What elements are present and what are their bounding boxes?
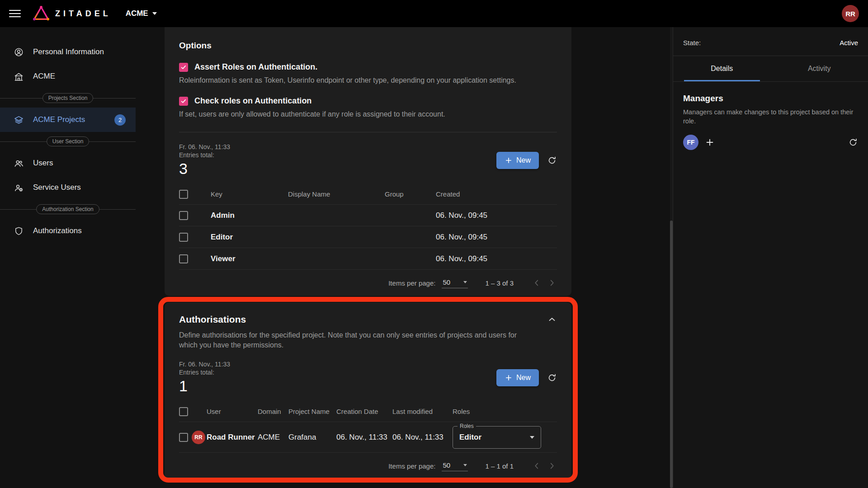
chevron-down-icon [152,12,157,15]
add-manager-button[interactable] [705,137,715,147]
tab-activity[interactable]: Activity [771,56,868,81]
authorisation-domain: ACME [258,433,288,442]
sidebar-item-authorizations[interactable]: Authorizations [0,219,136,243]
role-created: 06. Nov., 09:45 [436,233,557,242]
table-row[interactable]: Admin 06. Nov., 09:45 [179,205,557,226]
org-switcher[interactable]: ACME [126,9,157,18]
state-row: State: Active [673,27,868,56]
divider [179,132,557,132]
refresh-authorisations-button[interactable] [547,373,557,383]
user-section-divider: User Section [0,135,136,148]
page-size-select[interactable]: 50 [442,460,468,471]
service-users-icon [14,183,24,193]
project-options-card: Options Assert Roles on Authentication. … [165,27,571,296]
authorisation-project-name: Grafana [288,433,336,442]
section-label: User Section [47,136,90,146]
items-per-page-label: Items per page: [388,462,435,470]
row-checkbox[interactable] [179,211,188,220]
person-circle-icon [14,47,24,57]
topbar: ZITADEL ACME RR [0,0,868,27]
select-all-checkbox[interactable] [179,190,188,199]
select-all-checkbox[interactable] [179,407,188,416]
check-icon [180,64,187,70]
projects-section-divider: Projects Section [0,91,136,105]
sidebar-item-personal-information[interactable]: Personal Information [0,40,136,64]
next-page-button[interactable] [547,461,557,471]
auth-entries-label: Entries total: [179,369,230,377]
options-title: Options [179,41,557,51]
shield-icon [14,226,24,236]
section-label: Authorization Section [36,204,99,214]
managers-title: Managers [683,94,858,103]
new-role-button[interactable]: New [496,152,539,169]
managers-description: Managers can make changes to this projec… [683,108,858,126]
roles-paginator: Items per page: 50 1 – 3 of 3 [179,270,557,296]
next-page-button[interactable] [547,278,557,288]
check-roles-checkbox[interactable] [179,97,188,106]
row-checkbox[interactable] [179,254,188,263]
users-icon [14,158,24,169]
authorisations-card: Authorisations Define authorisations for… [165,302,571,479]
manager-avatar[interactable]: FF [683,135,698,150]
chevron-left-icon [532,278,542,288]
authorisations-table: User Domain Project Name Creation Date L… [179,401,557,453]
authorisations-list-meta: Fr. 06. Nov., 11:33 Entries total: 1 New [179,361,557,395]
sidebar-item-service-users[interactable]: Service Users [0,175,136,200]
assert-roles-label: Assert Roles on Authentication. [194,62,317,72]
check-roles-label: Check roles on Authentication [194,96,311,106]
column-header-project-name: Project Name [288,408,336,415]
state-label: State: [683,39,701,47]
sidebar-item-label: Authorizations [33,226,82,235]
column-header-user: User [207,408,258,415]
tab-details[interactable]: Details [673,56,771,81]
authorisations-description: Define authorisations for the specified … [179,330,532,350]
sidebar-item-org-acme[interactable]: ACME [0,64,136,89]
page-size-select[interactable]: 50 [442,277,468,288]
table-row[interactable]: RR Road Runner ACME Grafana 06. Nov., 11… [179,422,557,453]
refresh-roles-button[interactable] [547,155,557,165]
roles-select-label: Roles [458,423,476,429]
vertical-scrollbar[interactable] [670,27,673,488]
collapse-section-button[interactable] [547,314,557,324]
managers-section: Managers Managers can make changes to th… [673,82,868,162]
authorisations-title: Authorisations [179,314,246,325]
refresh-managers-button[interactable] [848,137,858,147]
table-row[interactable]: Viewer 06. Nov., 09:45 [179,248,557,270]
scrollbar-thumb[interactable] [670,221,673,488]
authorisations-table-header: User Domain Project Name Creation Date L… [179,401,557,422]
zitadel-logo[interactable]: ZITADEL [32,5,111,22]
plus-icon [505,374,513,382]
projects-count-badge: 2 [114,114,126,126]
state-value: Active [840,39,858,47]
user-avatar[interactable]: RR [842,5,859,22]
plus-icon [505,156,513,164]
row-checkbox[interactable] [179,433,188,442]
sidebar-item-label: Service Users [33,183,81,192]
detail-tabs: Details Activity [673,56,868,82]
sidebar-item-acme-projects[interactable]: ACME Projects 2 [0,108,136,132]
roles-list-meta: Fr. 06. Nov., 11:33 Entries total: 3 New [179,143,557,178]
column-header-group: Group [385,190,436,198]
row-avatar: RR [192,431,205,444]
sidebar-item-users[interactable]: Users [0,151,136,175]
auth-timestamp: Fr. 06. Nov., 11:33 [179,361,230,369]
sidebar-item-label: ACME Projects [33,115,85,124]
assert-roles-checkbox[interactable] [179,63,188,72]
plus-icon [705,137,715,147]
page-range-label: 1 – 1 of 1 [485,462,514,470]
column-header-display-name: Display Name [288,190,385,198]
authorisation-last-modified: 06. Nov., 11:33 [392,433,453,442]
previous-page-button[interactable] [532,461,542,471]
new-authorisation-button[interactable]: New [496,369,539,386]
previous-page-button[interactable] [532,278,542,288]
roles-select[interactable]: Roles Editor [453,426,541,449]
menu-hamburger-icon[interactable] [9,8,21,19]
page-range-label: 1 – 3 of 3 [485,279,514,287]
table-row[interactable]: Editor 06. Nov., 09:45 [179,226,557,248]
sidebar-item-label: Personal Information [33,47,104,56]
authorisations-paginator: Items per page: 50 1 – 1 of 1 [179,453,557,479]
zitadel-logo-icon [32,5,51,22]
row-checkbox[interactable] [179,233,188,242]
check-icon [180,98,187,104]
chevron-left-icon [532,461,542,471]
